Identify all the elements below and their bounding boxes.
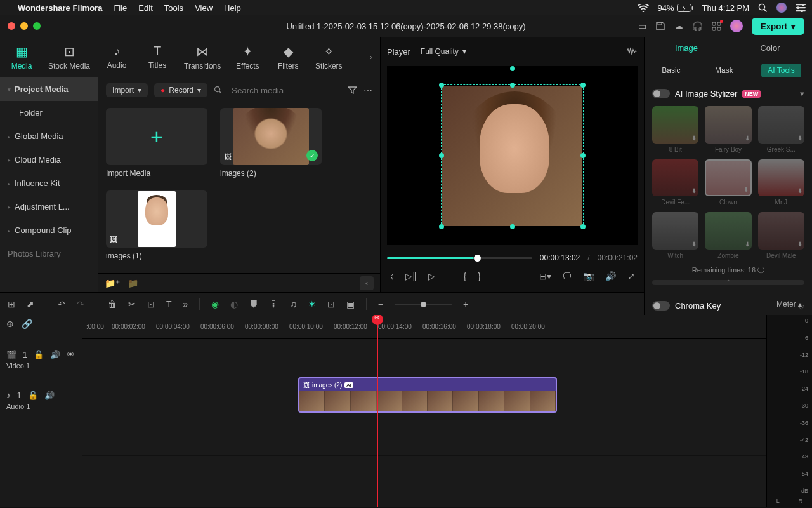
ratio-icon[interactable]: ⊟▾ [539, 271, 551, 281]
resize-handle[interactable] [439, 153, 444, 158]
zoom-slider[interactable] [395, 304, 452, 305]
style-item[interactable]: ⬇Devil Fe... [652, 159, 698, 206]
tab-effects[interactable]: ✦Effects [233, 44, 261, 70]
style-item[interactable]: ⬇Fairy Boy [705, 106, 751, 153]
import-dropdown[interactable]: Import ▾ [106, 83, 148, 97]
menubar-clock[interactable]: Thu 4:12 PM [702, 3, 749, 13]
undo-icon[interactable]: ↶ [58, 299, 65, 309]
wifi-icon[interactable] [638, 4, 649, 12]
cut-icon[interactable]: ✂ [128, 299, 136, 309]
resize-handle[interactable] [439, 83, 444, 88]
color-icon[interactable]: ◐ [230, 299, 238, 309]
fullscreen-icon[interactable]: ⤢ [627, 271, 635, 281]
tabs-scroll-right[interactable]: › [370, 53, 372, 62]
toggle-ai-stylizer[interactable] [652, 89, 670, 98]
audio-track[interactable] [82, 415, 766, 456]
export-button[interactable]: Export ▾ [752, 18, 804, 35]
lock-icon[interactable]: 🔓 [28, 391, 38, 400]
spotlight-icon[interactable] [758, 3, 768, 13]
menu-tools[interactable]: Tools [164, 3, 183, 13]
mic-icon[interactable]: 🎙 [270, 299, 278, 309]
style-item[interactable]: ⬇Greek S... [758, 106, 804, 153]
apps-icon[interactable] [712, 22, 721, 31]
sidebar-photos-library[interactable]: Photos Library [0, 242, 98, 265]
siri-icon[interactable] [776, 3, 787, 13]
more-tools-icon[interactable]: » [183, 299, 188, 309]
toggle-chroma-key[interactable] [652, 301, 670, 311]
control-center-icon[interactable] [796, 4, 806, 12]
text-icon[interactable]: T [166, 299, 172, 309]
progress-slider[interactable] [387, 257, 532, 259]
stop-icon[interactable]: □ [447, 271, 452, 281]
zoom-out-icon[interactable]: − [378, 299, 383, 309]
grid-icon[interactable]: ⊞ [8, 299, 15, 309]
style-item[interactable]: ⬇Zombie [705, 212, 751, 259]
media-item[interactable]: 🖼 ✓ images (2) [220, 108, 322, 178]
tab-transitions[interactable]: ⋈Transitions [184, 44, 221, 70]
record-dropdown[interactable]: ● Record ▾ [154, 83, 207, 97]
record-screen-icon[interactable]: ⊡ [327, 299, 335, 309]
selected-clip-transform[interactable] [441, 84, 584, 227]
tab-audio[interactable]: ♪Audio [103, 44, 131, 70]
help-icon[interactable]: ⓘ [757, 266, 764, 274]
subtab-basic[interactable]: Basic [655, 64, 686, 77]
new-folder-icon[interactable]: 📁⁺ [105, 278, 120, 288]
track-add-icon[interactable]: ⊕ [6, 319, 14, 329]
save-icon[interactable] [655, 21, 665, 31]
tab-stickers[interactable]: ✧Stickers [315, 44, 343, 70]
mute-icon[interactable]: 🔊 [50, 350, 60, 359]
sidebar-global-media[interactable]: ▸Global Media [0, 124, 98, 148]
redo-icon[interactable]: ↷ [77, 299, 84, 309]
sidebar-adjustment-layer[interactable]: ▸Adjustment L... [0, 195, 98, 218]
app-name[interactable]: Wondershare Filmora [18, 3, 102, 13]
inspector-tab-image[interactable]: Image [645, 37, 728, 60]
resize-handle[interactable] [510, 224, 515, 229]
layout-icon[interactable]: ▭ [638, 21, 646, 31]
timeline-ruler[interactable]: :00:00 00:00:02:00 00:00:04:00 00:00:06:… [82, 315, 766, 339]
timeline-tracks[interactable]: :00:00 00:00:02:00 00:00:04:00 00:00:06:… [82, 315, 766, 507]
sidebar-cloud-media[interactable]: ▸Cloud Media [0, 148, 98, 171]
tab-filters[interactable]: ◆Filters [274, 44, 302, 70]
resize-handle[interactable] [439, 224, 444, 229]
more-icon[interactable]: ⋯ [363, 85, 372, 95]
search-input[interactable] [229, 83, 341, 98]
mute-icon[interactable]: 🔊 [44, 391, 55, 400]
volume-icon[interactable]: 🔊 [605, 271, 616, 281]
filter-icon[interactable] [348, 86, 357, 95]
track-head-video[interactable]: 🎬1🔓🔊👁 Video 1 [0, 339, 82, 380]
play-icon[interactable]: ▷ [428, 271, 435, 281]
ai-icon[interactable]: ◉ [211, 299, 219, 309]
timeline-clip[interactable]: 🖼images (2)AI [298, 377, 557, 413]
style-item[interactable]: ⬇8 Bit [652, 106, 698, 153]
style-item[interactable]: ⬇Devil Male [758, 212, 804, 259]
resize-handle[interactable] [510, 83, 515, 88]
chevron-down-icon[interactable]: ▾ [800, 89, 804, 98]
window-zoom[interactable] [33, 22, 41, 30]
waveform-icon[interactable] [626, 47, 638, 56]
headphones-icon[interactable]: 🎧 [692, 21, 703, 31]
resize-handle[interactable] [580, 83, 586, 88]
link-icon[interactable]: 🔗 [22, 319, 32, 329]
delete-icon[interactable]: 🗑 [108, 299, 117, 309]
window-minimize[interactable] [20, 22, 28, 30]
style-item[interactable]: ⬇Clown [705, 159, 751, 206]
style-item[interactable]: ⬇Mr J [758, 159, 804, 206]
tab-stock-media[interactable]: ⊡Stock Media [48, 44, 90, 70]
sidebar-influence-kit[interactable]: ▸Influence Kit [0, 171, 98, 195]
menu-file[interactable]: File [114, 3, 127, 13]
tab-titles[interactable]: TTitles [143, 44, 171, 70]
prev-frame-icon[interactable]: ⦉ [390, 271, 394, 281]
select-icon[interactable]: ⬈ [27, 299, 34, 309]
subtab-mask[interactable]: Mask [709, 64, 740, 77]
subtab-ai-tools[interactable]: AI Tools [761, 64, 801, 77]
display-icon[interactable]: 🖵 [563, 271, 572, 281]
play-pause-icon[interactable]: ▷‖ [405, 271, 417, 281]
resize-handle[interactable] [580, 224, 586, 229]
mark-in-icon[interactable]: { [463, 271, 466, 281]
resize-handle[interactable] [580, 153, 586, 158]
collapse-sidebar[interactable]: ‹ [360, 276, 374, 290]
mark-out-icon[interactable]: } [478, 271, 481, 281]
menu-help[interactable]: Help [224, 3, 241, 13]
import-media-tile[interactable]: + Import Media [106, 108, 207, 178]
inspector-tab-color[interactable]: Color [728, 37, 812, 60]
